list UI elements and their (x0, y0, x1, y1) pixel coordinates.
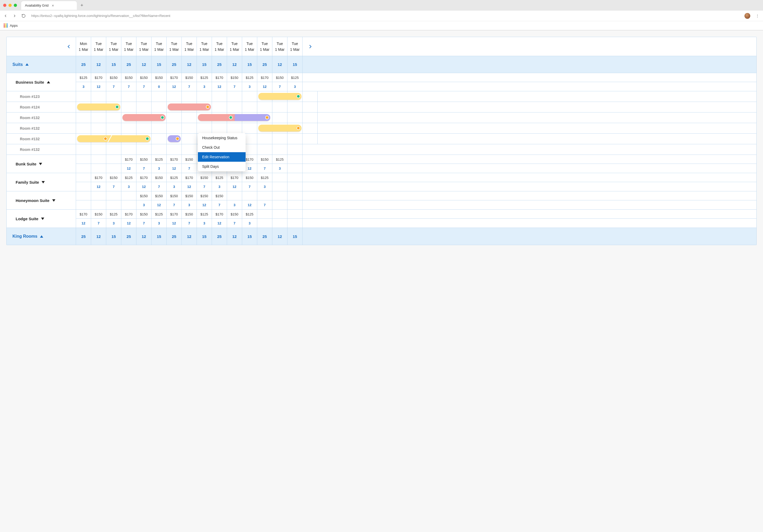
reservation-bar[interactable] (168, 135, 181, 142)
grid-cell[interactable] (242, 102, 257, 113)
grid-cell[interactable] (106, 144, 121, 155)
grid-cell[interactable] (152, 133, 166, 144)
grid-cell[interactable] (91, 123, 106, 133)
grid-cell[interactable] (91, 113, 106, 123)
grid-cell[interactable] (302, 123, 318, 133)
grid-cell[interactable] (272, 102, 287, 113)
menu-housekeeping[interactable]: Housekeeping Status (198, 133, 246, 143)
grid-cell[interactable] (197, 91, 212, 102)
grid-cell[interactable] (152, 144, 166, 155)
grid-prev-button[interactable] (12, 37, 76, 56)
grid-cell[interactable] (76, 91, 91, 102)
reservation-bar[interactable] (168, 104, 211, 110)
suite-lodge-label[interactable]: Lodge Suite (7, 210, 76, 227)
url-bar[interactable]: https://bntso2--syafiq.lightning.force.c… (30, 13, 741, 19)
suite-bunk-label[interactable]: Bunk Suite (7, 155, 76, 173)
reservation-bar[interactable] (198, 114, 235, 121)
grid-cell[interactable] (272, 113, 287, 123)
grid-cell[interactable] (166, 123, 182, 133)
grid-cell[interactable] (212, 123, 227, 133)
profile-avatar[interactable] (744, 13, 750, 19)
grid-cell[interactable] (76, 144, 91, 155)
grid-cell[interactable] (302, 113, 318, 123)
window-minimize[interactable] (9, 4, 12, 7)
suite-family-label[interactable]: Family Suite (7, 173, 76, 191)
menu-split-days[interactable]: Split Days (198, 162, 246, 171)
reservation-bar[interactable] (258, 93, 301, 100)
grid-cell[interactable] (182, 144, 197, 155)
grid-cell[interactable] (287, 144, 302, 155)
grid-cell[interactable] (272, 133, 287, 144)
close-tab-icon[interactable]: × (52, 3, 54, 8)
grid-cell[interactable] (76, 123, 91, 133)
section-suits[interactable]: Suits 251215251215251215251215251215 (7, 56, 756, 73)
new-tab-button[interactable]: + (78, 2, 85, 9)
grid-cell[interactable] (227, 102, 242, 113)
nav-forward-button[interactable] (12, 13, 18, 19)
reservation-bar[interactable] (77, 104, 120, 110)
grid-cell[interactable] (137, 91, 152, 102)
grid-cell[interactable] (302, 102, 318, 113)
grid-cell[interactable] (227, 123, 242, 133)
grid-cell[interactable] (152, 91, 166, 102)
reservation-bar[interactable] (235, 114, 271, 121)
section-king-rooms[interactable]: King Rooms 25121525121525121525121525121… (7, 228, 756, 245)
reservation-bar[interactable] (122, 114, 165, 121)
grid-cell[interactable] (287, 113, 302, 123)
menu-edit-reservation[interactable]: Edit Reservation (198, 152, 246, 162)
grid-cell[interactable] (106, 91, 121, 102)
section-king-label[interactable]: King Rooms (7, 228, 76, 245)
reservation-bar[interactable] (77, 135, 151, 142)
grid-cell[interactable] (121, 102, 137, 113)
grid-cell[interactable] (106, 123, 121, 133)
grid-cell[interactable] (287, 133, 302, 144)
grid-cell[interactable] (257, 133, 272, 144)
grid-cell[interactable] (182, 123, 197, 133)
grid-cell[interactable] (166, 144, 182, 155)
apps-icon[interactable] (4, 24, 8, 28)
grid-cell[interactable] (242, 123, 257, 133)
grid-cell[interactable] (106, 113, 121, 123)
grid-cell[interactable] (302, 133, 318, 144)
grid-cell[interactable] (121, 91, 137, 102)
grid-cell[interactable] (137, 123, 152, 133)
grid-cell[interactable] (121, 144, 137, 155)
grid-cell[interactable] (152, 123, 166, 133)
grid-cell[interactable] (91, 144, 106, 155)
grid-cell[interactable] (137, 102, 152, 113)
suite-business-label[interactable]: Business Suite (7, 73, 76, 91)
grid-cell[interactable] (197, 123, 212, 133)
nav-reload-button[interactable] (21, 13, 27, 19)
grid-cell[interactable] (287, 102, 302, 113)
window-controls[interactable] (3, 4, 17, 7)
grid-cell[interactable] (257, 102, 272, 113)
grid-cell[interactable] (137, 144, 152, 155)
grid-cell[interactable] (212, 102, 227, 113)
section-suits-label[interactable]: Suits (7, 56, 76, 73)
nav-back-button[interactable] (3, 13, 9, 19)
grid-cell[interactable] (121, 123, 137, 133)
window-close[interactable] (3, 4, 6, 7)
grid-cell[interactable] (182, 113, 197, 123)
grid-cell[interactable] (302, 144, 318, 155)
grid-cell[interactable] (302, 91, 318, 102)
grid-cell[interactable] (152, 102, 166, 113)
browser-tab[interactable]: Availability Grid × (21, 1, 77, 10)
menu-checkout[interactable]: Check Out (198, 143, 246, 152)
grid-cell[interactable] (212, 91, 227, 102)
grid-cell[interactable] (182, 91, 197, 102)
grid-cell[interactable] (166, 113, 182, 123)
grid-cell[interactable] (76, 113, 91, 123)
grid-cell[interactable] (166, 91, 182, 102)
grid-cell[interactable] (91, 91, 106, 102)
reservation-bar[interactable] (258, 125, 301, 132)
apps-label[interactable]: Apps (10, 24, 18, 28)
grid-cell[interactable] (227, 91, 242, 102)
grid-cell[interactable] (272, 144, 287, 155)
grid-cell[interactable] (182, 133, 197, 144)
grid-cell[interactable] (257, 144, 272, 155)
browser-menu-icon[interactable]: ⋮ (754, 14, 760, 18)
suite-honeymoon-label[interactable]: Honeymoon Suite (7, 191, 76, 209)
grid-next-button[interactable] (302, 37, 318, 56)
grid-cell[interactable] (242, 91, 257, 102)
